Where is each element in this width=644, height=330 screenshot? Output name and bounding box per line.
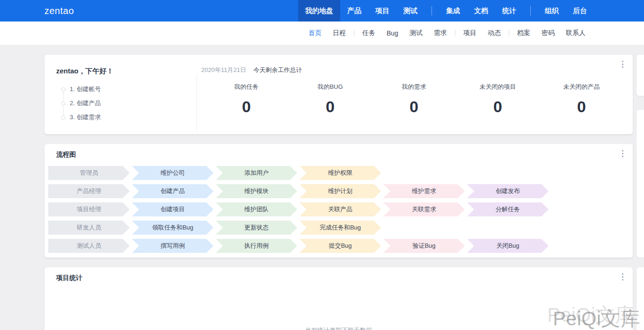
flowchart-row: 产品经理创建产品维护模块维护计划维护需求创建发布: [48, 184, 551, 198]
sub-menu-item[interactable]: 首页: [303, 29, 327, 37]
flow-step-arrow[interactable]: 维护需求: [383, 184, 465, 198]
stat-label: 我的BUG: [288, 83, 372, 91]
sub-menu-item[interactable]: Bug: [381, 29, 404, 37]
sub-menu-item[interactable]: 测试: [404, 29, 428, 37]
stat-label: 我的需求: [372, 83, 456, 91]
summary-stats: 我的任务0我的BUG0我的需求0未关闭的项目0未关闭的产品0: [205, 83, 623, 116]
stat-column: 我的任务0: [205, 83, 288, 116]
flow-step-arrow[interactable]: 维护计划: [300, 184, 381, 198]
secondary-navigation-bar: 首页日程任务Bug测试需求项目动态档案密码联系人: [0, 22, 644, 45]
flow-step-arrow[interactable]: 维护权限: [300, 166, 381, 180]
flow-step-arrow[interactable]: 提交Bug: [300, 239, 381, 253]
sub-menu-item[interactable]: 动态: [482, 29, 506, 37]
sub-menu-item[interactable]: 密码: [536, 29, 560, 37]
greeting-text: zentao，下午好！: [56, 67, 114, 76]
flowchart-row: 项目经理创建项目维护团队关联产品关联需求分解任务: [48, 202, 551, 216]
sub-menu-item[interactable]: 联系人: [560, 29, 591, 37]
flow-step-arrow[interactable]: 创建项目: [132, 202, 213, 216]
flow-step-arrow[interactable]: 更新状态: [216, 221, 297, 235]
step-label: 2. 创建产品: [70, 99, 101, 108]
top-menu-item[interactable]: 我的地盘: [298, 0, 340, 22]
step-label: 3. 创建需求: [70, 113, 101, 122]
stat-column: 我的BUG0: [288, 83, 372, 116]
flow-step-arrow[interactable]: 领取任务和Bug: [132, 221, 213, 235]
flow-step-arrow[interactable]: 维护公司: [132, 166, 213, 180]
date-row: 2020年11月21日 今天剩余工作总计: [201, 66, 302, 74]
card-menu-icon[interactable]: [622, 61, 623, 68]
top-navigation-bar: zentao 我的地盘产品项目测试集成文档统计组织后台: [0, 0, 644, 22]
top-menu-divider: [432, 6, 432, 15]
flow-step-arrow: 测试人员: [48, 239, 130, 253]
flow-step-arrow[interactable]: 维护模块: [216, 184, 297, 198]
watermark: PeiQi文库PeiQi文库: [553, 306, 640, 330]
sub-menu-item[interactable]: 需求: [428, 29, 453, 37]
flow-step-arrow[interactable]: 完成任务和Bug: [300, 221, 381, 235]
stat-column: 未关闭的项目0: [456, 83, 540, 116]
onboarding-step[interactable]: 1. 创建帐号: [61, 82, 101, 96]
top-menu: 我的地盘产品项目测试集成文档统计组织后台: [298, 0, 594, 22]
flowchart-title: 流程图: [56, 151, 76, 159]
top-menu-item[interactable]: 后台: [566, 0, 594, 22]
stat-value[interactable]: 0: [372, 98, 456, 116]
flowchart-row: 管理员维护公司添加用户维护权限: [48, 166, 551, 180]
flowchart-row: 测试人员撰写用例执行用例提交Bug验证Bug关闭Bug: [48, 239, 551, 253]
sub-menu-item[interactable]: 档案: [512, 29, 536, 37]
vertical-divider: [197, 75, 197, 132]
flow-step-arrow: 管理员: [48, 166, 130, 180]
step-circle-icon: [61, 87, 66, 92]
flow-step-arrow[interactable]: 撰写用例: [132, 239, 213, 253]
flow-step-arrow[interactable]: 关联需求: [383, 202, 465, 216]
flow-step-arrow[interactable]: 分解任务: [467, 202, 549, 216]
flow-step-arrow[interactable]: 执行用例: [216, 239, 297, 253]
card-menu-icon[interactable]: [622, 150, 623, 157]
sub-menu: 首页日程任务Bug测试需求项目动态档案密码联系人: [303, 22, 591, 45]
top-menu-item[interactable]: 测试: [396, 0, 424, 22]
step-label: 1. 创建帐号: [70, 85, 101, 93]
stat-label: 未关闭的产品: [540, 83, 623, 91]
top-menu-divider: [530, 6, 531, 15]
work-summary-label: 今天剩余工作总计: [254, 66, 302, 73]
card-menu-icon[interactable]: [622, 273, 623, 280]
onboarding-step[interactable]: 2. 创建产品: [61, 96, 101, 110]
cutoff-card-right-1: [637, 55, 644, 96]
cutoff-card-right-2: [637, 110, 644, 258]
flow-step-arrow[interactable]: 关联产品: [300, 202, 381, 216]
stat-value[interactable]: 0: [456, 98, 540, 116]
flowchart-rows: 管理员维护公司添加用户维护权限产品经理创建产品维护模块维护计划维护需求创建发布项…: [48, 166, 551, 257]
top-menu-item[interactable]: 集成: [439, 0, 467, 22]
flow-step-arrow[interactable]: 关闭Bug: [467, 239, 549, 253]
stat-column: 我的需求0: [372, 83, 456, 116]
top-menu-item[interactable]: 文档: [467, 0, 495, 22]
stat-label: 我的任务: [205, 83, 288, 91]
flowchart-row: 研发人员领取任务和Bug更新状态完成任务和Bug: [48, 221, 551, 235]
flowchart-card: 流程图 管理员维护公司添加用户维护权限产品经理创建产品维护模块维护计划维护需求创…: [44, 144, 633, 258]
top-menu-item[interactable]: 组织: [538, 0, 566, 22]
step-circle-icon: [61, 115, 66, 120]
app-logo[interactable]: zentao: [44, 0, 74, 22]
sub-menu-item[interactable]: 项目: [458, 29, 482, 37]
flow-step-arrow: 项目经理: [48, 202, 130, 216]
onboarding-steps: 1. 创建帐号2. 创建产品3. 创建需求: [61, 82, 101, 124]
stat-value[interactable]: 0: [540, 98, 623, 116]
empty-data-message: 当前统计类型下暂无数据: [44, 326, 633, 330]
project-stats-card: 项目统计 当前统计类型下暂无数据: [44, 267, 633, 330]
top-menu-item[interactable]: 产品: [340, 0, 368, 22]
sub-menu-divider: [354, 30, 354, 36]
step-circle-icon: [61, 101, 66, 106]
top-menu-item[interactable]: 统计: [495, 0, 523, 22]
flow-step-arrow[interactable]: 创建产品: [132, 184, 213, 198]
sub-menu-item[interactable]: 日程: [327, 29, 351, 37]
welcome-card: zentao，下午好！ 1. 创建帐号2. 创建产品3. 创建需求 2020年1…: [44, 55, 633, 134]
current-date: 2020年11月21日: [201, 66, 246, 73]
top-menu-item[interactable]: 项目: [368, 0, 396, 22]
flow-step-arrow[interactable]: 维护团队: [216, 202, 297, 216]
sub-menu-divider: [455, 30, 455, 36]
stat-value[interactable]: 0: [288, 98, 372, 116]
project-stats-title: 项目统计: [56, 274, 82, 282]
stat-value[interactable]: 0: [205, 98, 288, 116]
flow-step-arrow[interactable]: 验证Bug: [383, 239, 465, 253]
onboarding-step[interactable]: 3. 创建需求: [61, 110, 101, 124]
flow-step-arrow[interactable]: 添加用户: [216, 166, 297, 180]
flow-step-arrow[interactable]: 创建发布: [467, 184, 549, 198]
sub-menu-item[interactable]: 任务: [357, 29, 381, 37]
